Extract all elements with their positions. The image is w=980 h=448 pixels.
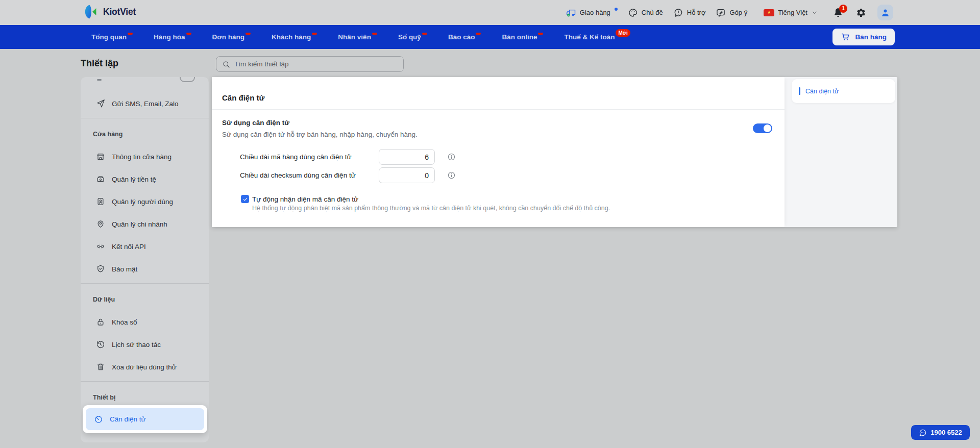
- top-bar: KiotViet Giao hàng Chủ đề Hỗ trợ Góp ý ★…: [0, 0, 980, 25]
- sidebar-item-xoa-du-lieu-dung-thu[interactable]: Xóa dữ liệu dùng thử: [81, 356, 209, 378]
- settings-sidebar: Gửi SMS, Email, Zalo Cửa hàng Thông tin …: [81, 77, 209, 442]
- nav-item-on-hang[interactable]: Đơn hàng: [212, 33, 251, 41]
- sidebar-item-ket-noi-api[interactable]: Kết nối API: [81, 235, 209, 258]
- new-badge: [476, 33, 481, 35]
- person-icon: [880, 7, 891, 18]
- new-badge: Mới: [616, 29, 630, 37]
- gear-icon: [856, 8, 866, 18]
- auto-detect-checkbox[interactable]: [241, 195, 249, 203]
- auto-detect-label: Tự động nhận diện mã cân điện tử: [252, 195, 358, 203]
- user-card-icon: [96, 197, 105, 206]
- nav-item-tong-quan[interactable]: Tổng quan: [91, 33, 133, 41]
- sidebar-item-thong-tin-cua-hang[interactable]: Thông tin cửa hàng: [81, 145, 209, 168]
- topbar-item-ho-tro[interactable]: Hỗ trợ: [673, 8, 706, 18]
- settings-panel: Cân điện tử Sử dụng cân điện tử Sử dụng …: [212, 77, 897, 227]
- sell-button[interactable]: Bán hàng: [832, 29, 895, 45]
- search-icon: [222, 60, 230, 68]
- sidebar-item-lich-su-thao-tac[interactable]: Lịch sử thao tác: [81, 333, 209, 356]
- nav-item-hang-hoa[interactable]: Hàng hóa: [154, 33, 191, 41]
- sidebar-item-khoa-so[interactable]: Khóa sổ: [81, 311, 209, 333]
- info-icon[interactable]: [447, 171, 456, 180]
- link-icon: [96, 242, 105, 251]
- user-avatar[interactable]: [877, 5, 893, 20]
- delivery-truck-icon: [566, 8, 576, 18]
- page-title: Thiết lập: [81, 58, 118, 69]
- nav-item-so-quy[interactable]: Sổ quỹ: [398, 33, 427, 41]
- new-badge: [312, 33, 317, 35]
- notifications-button[interactable]: 1: [832, 7, 844, 18]
- scale-settings-card: Cân điện tử Sử dụng cân điện tử Sử dụng …: [212, 77, 785, 227]
- new-badge: [186, 33, 191, 35]
- brand-name: KiotViet: [103, 7, 136, 17]
- nav-item-nhan-vien[interactable]: Nhân viên: [338, 33, 377, 41]
- main-nav: Tổng quan Hàng hóa Đơn hàng Khách hàng N…: [0, 25, 980, 49]
- number-input-chieu-dai-ma-hang-dung-can-ien-tu[interactable]: 6: [379, 149, 435, 165]
- sidebar-group-label-du-lieu: Dữ liệu: [81, 288, 209, 311]
- new-badge: [246, 33, 251, 35]
- history-icon: [96, 340, 105, 349]
- sidebar-item-bao-mat[interactable]: Bảo mật: [81, 258, 209, 280]
- map-pin-icon: [96, 219, 105, 229]
- topbar-item-giao-hang[interactable]: Giao hàng: [566, 8, 618, 18]
- setting-field-row: Chiều dài checksum dùng cân điện tử 0: [240, 167, 480, 183]
- setting-field-row: Chiều dài mã hàng dùng cân điện tử 6: [240, 149, 480, 165]
- sidebar-item-quan-ly-tien-te[interactable]: Quản lý tiền tệ: [81, 168, 209, 190]
- notification-dot: [615, 8, 618, 11]
- nav-item-thue-ke-toan[interactable]: Thuế & Kế toánMới: [564, 33, 630, 41]
- new-badge: [538, 33, 543, 35]
- settings-button[interactable]: [856, 8, 866, 18]
- clipped-toggle-fragment: [180, 77, 195, 82]
- notification-badge: 1: [839, 5, 847, 13]
- use-scale-toggle[interactable]: [753, 123, 772, 133]
- topbar-item-gop-y[interactable]: Góp ý: [716, 8, 747, 18]
- feedback-bubble-icon: [716, 8, 726, 18]
- lock-icon: [96, 317, 105, 327]
- topbar-actions: Giao hàng Chủ đề Hỗ trợ Góp ý ★ Tiếng Vi…: [566, 0, 893, 25]
- tour-spotlight: Cân điện tử: [83, 405, 207, 433]
- use-scale-description: Sử dụng cân điện tử hỗ trợ bán hàng, nhậ…: [222, 131, 418, 138]
- settings-search[interactable]: [216, 56, 404, 72]
- new-badge: [128, 33, 133, 35]
- money-icon: [96, 175, 105, 184]
- help-bubble-icon: [673, 8, 683, 18]
- check-icon: [242, 196, 248, 202]
- divider: [212, 109, 785, 110]
- chevron-down-icon: [811, 9, 818, 16]
- sidebar-item-gui-sms-email-zalo[interactable]: Gửi SMS, Email, Zalo: [81, 92, 209, 115]
- new-badge: [422, 33, 427, 35]
- clipped-item-fragment: [81, 77, 209, 92]
- language-selector[interactable]: ★ Tiếng Việt: [764, 9, 818, 16]
- topbar-item-chu-e[interactable]: Chủ đề: [628, 8, 663, 18]
- nav-item-ban-online[interactable]: Bán online: [502, 33, 543, 41]
- sidebar-item-quan-ly-nguoi-dung[interactable]: Quản lý người dùng: [81, 190, 209, 213]
- sidebar-group-label-thiet-bi: Thiết bị: [81, 386, 209, 405]
- toc-item-can-ien-tu[interactable]: Cân điện tử: [792, 79, 895, 103]
- cart-icon: [841, 32, 850, 42]
- sidebar-group-label-cua-hang: Cửa hàng: [81, 122, 209, 145]
- nav-item-bao-cao[interactable]: Báo cáo: [448, 33, 481, 41]
- number-input-chieu-dai-checksum-dung-can-ien-tu[interactable]: 0: [379, 167, 435, 183]
- search-input[interactable]: [234, 60, 398, 68]
- use-scale-label: Sử dụng cân điện tử: [222, 119, 289, 127]
- kiotviet-logo[interactable]: KiotViet: [84, 4, 136, 19]
- support-hotline-button[interactable]: 1900 6522: [911, 425, 970, 440]
- divider: [81, 118, 209, 118]
- scale-icon: [94, 415, 103, 424]
- divider: [81, 381, 209, 382]
- auto-detect-description: Hệ thống tự động phân biệt mã sản phẩm t…: [252, 205, 610, 212]
- trash-icon: [96, 362, 105, 371]
- language-label: Tiếng Việt: [778, 9, 807, 16]
- section-toc: Cân điện tử: [785, 77, 897, 227]
- chat-dots-icon: [919, 429, 927, 437]
- section-heading: Cân điện tử: [222, 93, 264, 102]
- sidebar-item-quan-ly-chi-nhanh[interactable]: Quản lý chi nhánh: [81, 213, 209, 235]
- kiotviet-logo-icon: [84, 4, 100, 19]
- palette-icon: [628, 8, 638, 18]
- nav-item-khach-hang[interactable]: Khách hàng: [272, 33, 317, 41]
- sidebar-item-can-ien-tu[interactable]: Cân điện tử: [86, 408, 204, 430]
- new-badge: [372, 33, 377, 35]
- active-indicator: [799, 87, 800, 95]
- divider: [81, 283, 209, 284]
- send-icon: [96, 99, 105, 108]
- info-icon[interactable]: [447, 153, 456, 161]
